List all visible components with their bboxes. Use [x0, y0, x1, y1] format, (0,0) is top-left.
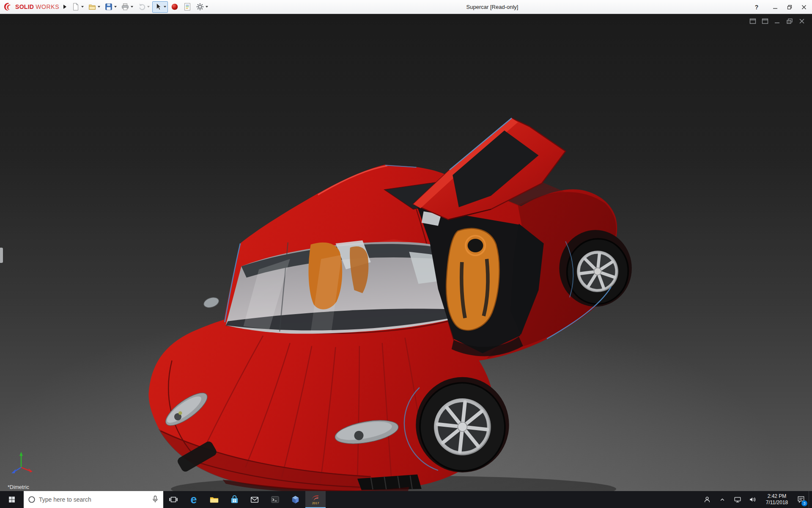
orange-seat — [446, 229, 499, 330]
standard-toolbar — [70, 1, 210, 13]
speaker-glyph — [748, 495, 757, 504]
dropdown-caret[interactable] — [98, 6, 100, 8]
app-icon-3d-viewer[interactable] — [285, 491, 305, 508]
orientation-triad — [9, 450, 34, 474]
edge-icon: e — [190, 494, 197, 505]
clock-date: 7/11/2018 — [766, 500, 788, 506]
app-icon-file-explorer[interactable] — [204, 491, 224, 508]
select-tool-button[interactable] — [152, 1, 168, 13]
brand-text-solid: SOLID — [15, 3, 34, 10]
taskbar: e — [0, 491, 812, 508]
cube-icon — [290, 494, 301, 505]
mail-icon — [250, 494, 260, 505]
people-icon[interactable] — [700, 491, 715, 508]
doc-minimize-icon[interactable] — [774, 18, 781, 24]
app-icon-solidworks[interactable]: 2017 — [305, 491, 326, 508]
dropdown-caret[interactable] — [147, 6, 150, 8]
new-document-icon — [71, 3, 80, 11]
dropdown-caret[interactable] — [81, 6, 84, 8]
search-input[interactable] — [39, 496, 148, 503]
dropdown-caret[interactable] — [164, 6, 166, 8]
clock-time: 2:42 PM — [768, 493, 787, 500]
app-icon-store[interactable] — [224, 491, 244, 508]
select-cursor-icon — [154, 3, 162, 11]
store-icon — [229, 494, 240, 505]
app-icon-edge[interactable]: e — [184, 491, 204, 508]
doc-window-frame-icon[interactable] — [749, 18, 756, 24]
help-button[interactable]: ? — [749, 0, 764, 14]
close-button[interactable] — [797, 0, 811, 14]
file-explorer-icon — [209, 494, 219, 505]
notification-badge: 3 — [801, 500, 807, 506]
side-mirror — [203, 295, 220, 309]
save-icon — [104, 3, 113, 11]
doc-restore-icon[interactable] — [786, 18, 793, 24]
chevron-up-icon — [718, 495, 727, 504]
undo-icon — [137, 3, 146, 11]
console-icon — [270, 494, 280, 505]
task-view-button[interactable] — [163, 491, 184, 508]
cortana-icon — [27, 495, 36, 504]
view-orientation-label: *Dimetric — [8, 484, 29, 490]
print-button[interactable] — [119, 1, 135, 13]
taskbar-clock[interactable]: 2:42 PM 7/11/2018 — [760, 491, 793, 508]
hidden-icons-chevron[interactable] — [715, 491, 730, 508]
desktop-screen: SOLIDWORKS — [0, 0, 812, 508]
undo-button[interactable] — [136, 1, 151, 13]
task-view-icon — [168, 494, 178, 505]
network-icon[interactable] — [730, 491, 745, 508]
car-3d-model[interactable] — [0, 14, 812, 491]
close-icon — [801, 5, 807, 10]
show-desktop-button[interactable] — [809, 491, 812, 508]
print-icon — [121, 3, 129, 11]
app-icon-console[interactable] — [265, 491, 285, 508]
minimize-button[interactable] — [768, 0, 782, 14]
new-document-button[interactable] — [70, 1, 85, 13]
solidworks-logo: SOLIDWORKS — [0, 2, 62, 11]
restore-button[interactable] — [782, 0, 797, 14]
people-glyph — [702, 495, 712, 504]
rebuild-button[interactable] — [169, 1, 181, 13]
open-button[interactable] — [86, 1, 102, 13]
windows-logo-icon — [8, 495, 16, 504]
options-gear-icon — [196, 3, 204, 11]
minimize-icon — [773, 5, 778, 10]
options-button[interactable] — [194, 1, 210, 13]
window-controls: ? — [749, 0, 811, 14]
file-properties-icon — [183, 3, 192, 11]
svg-text:2017: 2017 — [312, 501, 319, 505]
dropdown-caret[interactable] — [131, 6, 133, 8]
taskbar-search-box[interactable] — [24, 491, 163, 508]
system-tray: 2:42 PM 7/11/2018 3 — [700, 491, 812, 508]
dropdown-caret[interactable] — [206, 6, 208, 8]
document-window-controls — [749, 18, 805, 24]
doc-close-icon[interactable] — [798, 18, 805, 24]
open-folder-icon — [88, 3, 96, 11]
app-icon-mail[interactable] — [244, 491, 265, 508]
document-title: Supercar [Read-only] — [466, 4, 518, 10]
save-button[interactable] — [103, 1, 118, 13]
action-center-button[interactable]: 3 — [793, 491, 809, 508]
featuremanager-collapse-tab[interactable] — [0, 248, 3, 263]
doc-window-frame-icon[interactable] — [762, 18, 768, 24]
dropdown-caret[interactable] — [114, 6, 117, 8]
brand-text-works: WORKS — [36, 3, 59, 10]
solidworks-logo-icon — [3, 2, 14, 11]
titlebar: SOLIDWORKS — [0, 0, 812, 14]
volume-icon[interactable] — [745, 491, 760, 508]
rebuild-sphere-icon — [170, 3, 179, 11]
restore-icon — [787, 5, 792, 10]
menu-flyout-arrow[interactable] — [63, 5, 66, 9]
start-button[interactable] — [0, 491, 24, 508]
microphone-icon[interactable] — [151, 495, 160, 504]
file-properties-button[interactable] — [181, 1, 193, 13]
network-glyph — [733, 495, 742, 504]
graphics-area[interactable]: *Dimetric — [0, 14, 812, 491]
solidworks-taskbar-icon: 2017 — [310, 494, 321, 505]
